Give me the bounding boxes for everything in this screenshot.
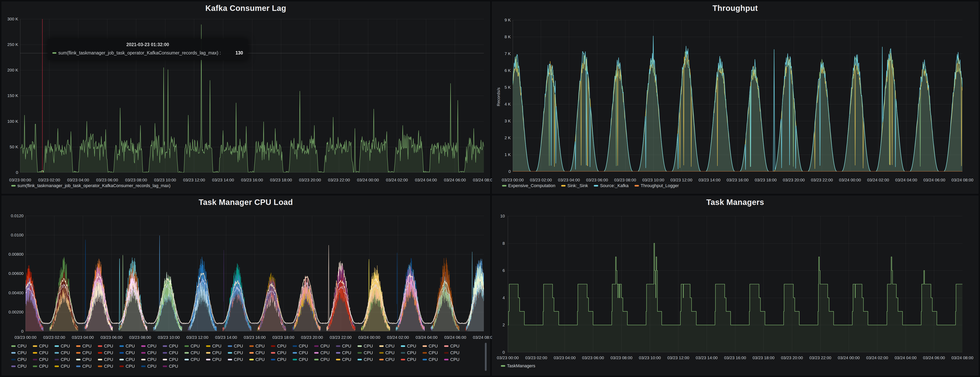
legend-item[interactable]: sum(flink_taskmanager_job_task_operator_…	[11, 183, 170, 188]
legend-item-cpu[interactable]: CPU	[98, 343, 113, 350]
legend-label: CPU	[385, 350, 395, 355]
legend-label: CPU	[82, 343, 91, 349]
legend-item-cpu[interactable]: CPU	[98, 363, 113, 370]
series-color-dash	[11, 345, 16, 347]
legend-item-cpu[interactable]: CPU	[185, 356, 200, 363]
legend-item-cpu[interactable]: CPU	[33, 363, 48, 370]
legend-item-cpu[interactable]: CPU	[206, 343, 221, 350]
legend-item-cpu[interactable]: CPU	[76, 343, 91, 350]
legend-item-cpu[interactable]: CPU	[54, 356, 70, 363]
legend-item-cpu[interactable]: CPU	[98, 356, 113, 363]
legend-item-cpu[interactable]: CPU	[249, 343, 264, 350]
legend-item-cpu[interactable]: CPU	[119, 356, 135, 363]
legend-item-cpu[interactable]: CPU	[423, 343, 438, 350]
legend-item-cpu[interactable]: CPU	[336, 350, 351, 356]
legend-item-cpu[interactable]: CPU	[379, 356, 395, 363]
cpu-load-chart[interactable]	[25, 216, 484, 331]
legend-item-cpu[interactable]: CPU	[119, 343, 135, 350]
legend-item-cpu[interactable]: CPU	[33, 350, 48, 356]
legend-label: Source:_Kafka	[600, 183, 628, 188]
legend-item-cpu[interactable]: CPU	[401, 350, 416, 356]
legend-item-cpu[interactable]: CPU	[271, 350, 286, 356]
legend-item-cpu[interactable]: CPU	[119, 363, 135, 370]
legend-item-cpu[interactable]: CPU	[228, 350, 243, 356]
legend-item-cpu[interactable]: CPU	[206, 350, 221, 356]
legend-item-cpu[interactable]: CPU	[33, 343, 48, 350]
legend-item-cpu[interactable]: CPU	[379, 350, 395, 356]
legend-item-cpu[interactable]: CPU	[401, 343, 416, 350]
legend-item-cpu[interactable]: CPU	[228, 356, 243, 363]
legend-item-cpu[interactable]: CPU	[33, 356, 48, 363]
y-tick-label: 0.00800	[8, 252, 24, 257]
legend-item-cpu[interactable]: CPU	[163, 356, 178, 363]
legend-item-cpu[interactable]: CPU	[358, 343, 373, 350]
legend-item-cpu[interactable]: CPU	[54, 343, 70, 350]
legend-item[interactable]: Expensive_Computation	[502, 183, 555, 188]
legend-item-cpu[interactable]: CPU	[249, 350, 264, 356]
legend-label: CPU	[450, 357, 459, 362]
legend-item-cpu[interactable]: CPU	[314, 350, 329, 356]
legend-item-cpu[interactable]: CPU	[444, 343, 459, 350]
series-color-dash	[293, 345, 297, 347]
series-color-dash	[33, 352, 37, 354]
legend-item-cpu[interactable]: CPU	[11, 363, 27, 370]
legend-item-cpu[interactable]: CPU	[271, 356, 286, 363]
legend-item-cpu[interactable]: CPU	[423, 350, 438, 356]
panel-title-throughput[interactable]: Throughput	[492, 4, 978, 13]
legend-item-cpu[interactable]: CPU	[11, 343, 27, 350]
legend-item-cpu[interactable]: CPU	[293, 350, 308, 356]
legend-item-cpu[interactable]: CPU	[11, 356, 27, 363]
legend-item-cpu[interactable]: CPU	[119, 350, 135, 356]
panel-title-kafka-consumer-lag[interactable]: Kafka Consumer Lag	[2, 4, 490, 13]
task-managers-chart[interactable]	[508, 216, 963, 352]
legend-item-cpu[interactable]: CPU	[141, 350, 156, 356]
legend-item-cpu[interactable]: CPU	[76, 363, 91, 370]
legend-item-cpu[interactable]: CPU	[336, 356, 351, 363]
legend-label: CPU	[320, 357, 329, 362]
throughput-chart[interactable]	[513, 20, 963, 171]
legend-item-cpu[interactable]: CPU	[163, 363, 178, 370]
legend-item-cpu[interactable]: CPU	[141, 363, 156, 370]
legend-item-cpu[interactable]: CPU	[293, 343, 308, 350]
panel-title-cpu-load[interactable]: Task Manager CPU Load	[2, 198, 490, 207]
legend-item-cpu[interactable]: CPU	[11, 350, 27, 356]
legend-item-cpu[interactable]: CPU	[444, 356, 459, 363]
legend-item-cpu[interactable]: CPU	[206, 356, 221, 363]
series-color-dash	[119, 352, 124, 354]
panel-title-task-managers[interactable]: Task Managers	[492, 198, 978, 207]
legend-item[interactable]: Throughput_Logger	[635, 183, 679, 188]
legend-item-cpu[interactable]: CPU	[401, 356, 416, 363]
legend-item[interactable]: Source:_Kafka	[594, 183, 628, 188]
legend-item-cpu[interactable]: CPU	[293, 356, 308, 363]
legend-item-cpu[interactable]: CPU	[314, 356, 329, 363]
legend-item-cpu[interactable]: CPU	[141, 343, 156, 350]
legend-item-cpu[interactable]: CPU	[141, 356, 156, 363]
legend-item-cpu[interactable]: CPU	[336, 343, 351, 350]
legend-label: CPU	[385, 357, 395, 362]
y-tick-label: 0.00400	[8, 290, 24, 296]
legend-item-cpu[interactable]: CPU	[163, 343, 178, 350]
legend-item-cpu[interactable]: CPU	[423, 356, 438, 363]
legend-item-cpu[interactable]: CPU	[163, 350, 178, 356]
legend-item-cpu[interactable]: CPU	[228, 343, 243, 350]
legend-item-cpu[interactable]: CPU	[54, 363, 70, 370]
taskmanagers-legend: TaskManagers	[501, 363, 541, 369]
legend-item-cpu[interactable]: CPU	[358, 356, 373, 363]
legend-item-cpu[interactable]: CPU	[379, 343, 395, 350]
legend-item-cpu[interactable]: CPU	[249, 356, 264, 363]
legend-item-cpu[interactable]: CPU	[444, 350, 459, 356]
legend-item-cpu[interactable]: CPU	[185, 350, 200, 356]
legend-item-cpu[interactable]: CPU	[314, 343, 329, 350]
legend-item-cpu[interactable]: CPU	[54, 350, 70, 356]
legend-item[interactable]: Sink:_Sink	[561, 183, 588, 188]
legend-label: CPU	[18, 357, 27, 362]
legend-item-cpu[interactable]: CPU	[185, 343, 200, 350]
legend-item-cpu[interactable]: CPU	[98, 350, 113, 356]
legend-item-cpu[interactable]: CPU	[76, 350, 91, 356]
legend-item[interactable]: TaskManagers	[501, 363, 535, 369]
series-color-dash	[358, 352, 362, 354]
legend-item-cpu[interactable]: CPU	[358, 350, 373, 356]
legend-scrollbar[interactable]	[485, 343, 487, 371]
legend-item-cpu[interactable]: CPU	[76, 356, 91, 363]
legend-item-cpu[interactable]: CPU	[271, 343, 286, 350]
